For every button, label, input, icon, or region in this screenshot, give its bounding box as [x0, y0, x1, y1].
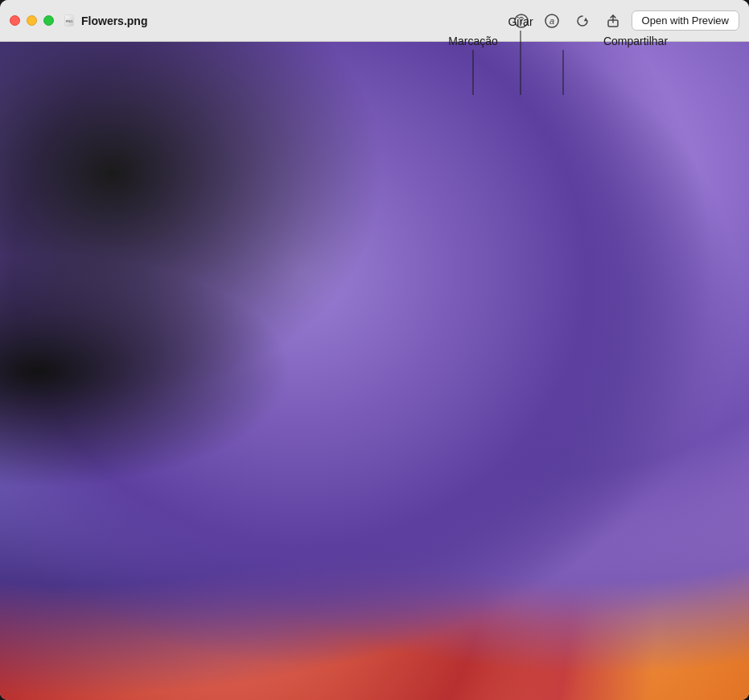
quick-look-window: Marcação Girar Compartilhar [0, 0, 749, 700]
traffic-lights [10, 15, 54, 26]
svg-text:a: a [549, 16, 554, 26]
close-button[interactable] [10, 15, 20, 26]
markup-icon: a [545, 14, 559, 28]
file-name-label: Flowers.png [81, 14, 147, 27]
toolbar-right: i a [509, 9, 739, 33]
info-button[interactable]: i [509, 9, 533, 33]
open-with-preview-button[interactable]: Open with Preview [632, 10, 739, 31]
titlebar: PNG Flowers.png i a [0, 0, 749, 42]
rotate-button[interactable] [570, 9, 595, 33]
image-display-area [0, 42, 749, 700]
share-button[interactable] [601, 9, 625, 33]
rotate-icon [575, 14, 590, 28]
file-title-area: PNG Flowers.png [64, 14, 147, 27]
file-type-icon: PNG [64, 14, 76, 27]
share-icon [606, 14, 620, 28]
info-icon: i [514, 14, 529, 28]
svg-text:PNG: PNG [66, 19, 73, 23]
markup-button[interactable]: a [540, 9, 564, 33]
maximize-button[interactable] [43, 15, 54, 26]
flower-image [0, 42, 749, 700]
minimize-button[interactable] [27, 15, 37, 26]
svg-text:i: i [520, 17, 521, 26]
